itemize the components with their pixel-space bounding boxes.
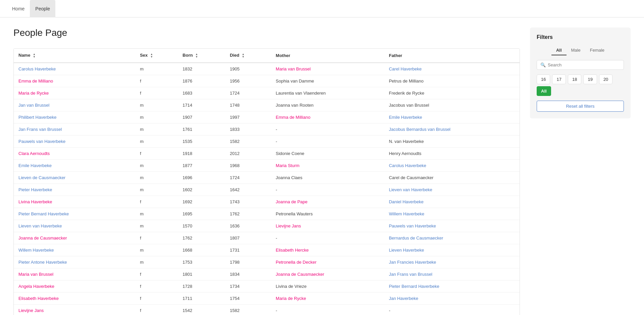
col-died[interactable]: Died ▲▼ xyxy=(225,49,271,63)
person-name-link[interactable]: Joanna de Causmaecker xyxy=(18,235,67,241)
cell-father: Pieter Bernard Haverbeke xyxy=(384,280,520,292)
cell-sex: m xyxy=(135,159,178,171)
cell-father: Lieven Haverbeke xyxy=(384,244,520,256)
father-link[interactable]: Lieven van Haverbeke xyxy=(389,187,432,192)
gender-tab-male[interactable]: Male xyxy=(567,46,585,55)
person-name-link[interactable]: Maria de Rycke xyxy=(18,91,49,96)
father-link[interactable]: Emile Haverbeke xyxy=(389,115,422,120)
mother-link[interactable]: Emma de Milliano xyxy=(276,115,310,120)
person-name-link[interactable]: Philibert Haverbeke xyxy=(18,115,56,120)
cell-name: Jan van Brussel xyxy=(14,99,135,111)
person-name-link[interactable]: Elisabeth Haverbeke xyxy=(18,296,59,301)
person-name-link[interactable]: Lievijne Jans xyxy=(18,308,44,313)
cell-died: 1807 xyxy=(225,232,271,244)
cell-died: 1582 xyxy=(225,135,271,147)
person-name-link[interactable]: Emma de Milliano xyxy=(18,78,53,84)
cell-name: Carolus Haverbeke xyxy=(14,63,135,75)
person-name-link[interactable]: Pauwels van Haverbeke xyxy=(18,139,65,144)
century-btn-17[interactable]: 17 xyxy=(552,74,566,84)
person-name-link[interactable]: Jan van Brussel xyxy=(18,103,50,108)
person-name-link[interactable]: Clara Aernoudts xyxy=(18,151,50,156)
cell-mother: Elisabeth Hercke xyxy=(271,244,384,256)
father-link[interactable]: Carel Haverbeke xyxy=(389,66,422,71)
reset-filters-button[interactable]: Reset all filters xyxy=(537,101,624,112)
search-input[interactable] xyxy=(548,62,620,67)
cell-mother: Joanna Claes xyxy=(271,171,384,183)
gender-tab-all[interactable]: All xyxy=(551,46,567,55)
person-name-link[interactable]: Pieter Antone Haverbeke xyxy=(18,260,67,265)
col-name[interactable]: Name ▲▼ xyxy=(14,49,135,63)
century-btn-18[interactable]: 18 xyxy=(568,74,581,84)
cell-mother: Maria Sturm xyxy=(271,159,384,171)
cell-father: Jan Francies Haverbeke xyxy=(384,256,520,268)
father-link[interactable]: Jacobus Bernardus van Brussel xyxy=(389,127,450,132)
col-sex[interactable]: Sex ▲▼ xyxy=(135,49,178,63)
mother-link[interactable]: Maria de Rycke xyxy=(276,296,306,301)
cell-mother: Maria van Brussel xyxy=(271,63,384,75)
cell-born: 1907 xyxy=(178,111,225,123)
person-name-link[interactable]: Angela Haverbeke xyxy=(18,284,54,289)
cell-sex: f xyxy=(135,304,178,315)
person-name-link[interactable]: Jan Frans van Brussel xyxy=(18,127,62,132)
century-btn-20[interactable]: 20 xyxy=(599,74,612,84)
person-name-link[interactable]: Maria van Brussel xyxy=(18,272,53,277)
cell-sex: f xyxy=(135,268,178,280)
cell-mother: Sophia van Damme xyxy=(271,75,384,87)
person-name-link[interactable]: Emile Haverbeke xyxy=(18,163,52,168)
mother-link[interactable]: Joanna de Causmaecker xyxy=(276,272,324,277)
mother-link[interactable]: Maria van Brussel xyxy=(276,66,311,71)
gender-tab-female[interactable]: Female xyxy=(585,46,609,55)
father-link[interactable]: Daniel Haverbeke xyxy=(389,199,423,204)
person-name-link[interactable]: Carolus Haverbeke xyxy=(18,66,56,71)
person-name-link[interactable]: Willem Haverbeke xyxy=(18,248,54,253)
person-name-link[interactable]: Lieven van Haverbeke xyxy=(18,223,62,228)
cell-born: 1762 xyxy=(178,232,225,244)
col-father: Father xyxy=(384,49,520,63)
table-row: Pieter Bernard Haverbeke m 1695 1762 Pet… xyxy=(14,208,520,220)
cell-sex: f xyxy=(135,196,178,208)
father-link[interactable]: Bernardus de Causmaecker xyxy=(389,235,443,241)
cell-born: 1801 xyxy=(178,268,225,280)
table-row: Clara Aernoudts f 1918 2012 Sidonie Coen… xyxy=(14,147,520,159)
person-name-link[interactable]: Lieven de Causmaecker xyxy=(18,175,65,180)
father-link[interactable]: Jan Francies Haverbeke xyxy=(389,260,436,265)
nav-people[interactable]: People xyxy=(30,0,55,17)
century-btn-16[interactable]: 16 xyxy=(537,74,550,84)
cell-mother: - xyxy=(271,123,384,135)
cell-name: Pieter Bernard Haverbeke xyxy=(14,208,135,220)
col-born[interactable]: Born ▲▼ xyxy=(178,49,225,63)
mother-link[interactable]: Maria Sturm xyxy=(276,163,300,168)
cell-died: 2012 xyxy=(225,147,271,159)
person-name-link[interactable]: Livina Haverbeke xyxy=(18,199,52,204)
person-name-link[interactable]: Pieter Bernard Haverbeke xyxy=(18,211,69,216)
person-name-link[interactable]: Pieter Haverbeke xyxy=(18,187,52,192)
cell-name: Lieven van Haverbeke xyxy=(14,220,135,232)
father-link[interactable]: Jan Haverbeke xyxy=(389,296,418,301)
century-btn-all[interactable]: All xyxy=(537,86,551,96)
cell-died: 1833 xyxy=(225,123,271,135)
cell-sex: f xyxy=(135,292,178,304)
father-link[interactable]: Pauwels van Haverbeke xyxy=(389,223,436,228)
table-row: Philibert Haverbeke m 1907 1997 Emma de … xyxy=(14,111,520,123)
mother-link[interactable]: Joanna de Pape xyxy=(276,199,308,204)
father-link[interactable]: Willem Haverbeke xyxy=(389,211,424,216)
cell-born: 1570 xyxy=(178,220,225,232)
nav-home[interactable]: Home xyxy=(7,0,30,17)
father-link[interactable]: Carolus Haverbeke xyxy=(389,163,426,168)
cell-sex: m xyxy=(135,208,178,220)
mother-link[interactable]: Elisabeth Hercke xyxy=(276,248,309,253)
father-link[interactable]: Jan Frans van Brussel xyxy=(389,272,432,277)
cell-name: Pieter Antone Haverbeke xyxy=(14,256,135,268)
cell-died: 1762 xyxy=(225,208,271,220)
mother-link[interactable]: Petronella de Decker xyxy=(276,260,316,265)
cell-name: Clara Aernoudts xyxy=(14,147,135,159)
table-row: Maria de Rycke f 1683 1724 Laurentia van… xyxy=(14,87,520,99)
father-link[interactable]: Pieter Bernard Haverbeke xyxy=(389,284,439,289)
mother-link[interactable]: Lievijne Jans xyxy=(276,223,301,228)
cell-father: Carel Haverbeke xyxy=(384,63,520,75)
cell-born: 1753 xyxy=(178,256,225,268)
father-link[interactable]: Lieven Haverbeke xyxy=(389,248,424,253)
century-btn-19[interactable]: 19 xyxy=(583,74,597,84)
table-row: Joanna de Causmaecker f 1762 1807 - Bern… xyxy=(14,232,520,244)
cell-name: Maria de Rycke xyxy=(14,87,135,99)
